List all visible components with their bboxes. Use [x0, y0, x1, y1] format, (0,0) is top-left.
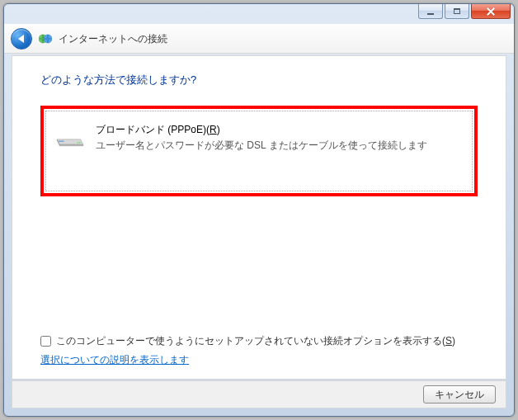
close-button[interactable]: [471, 4, 511, 19]
svg-point-6: [78, 142, 79, 144]
show-unconfigured-suffix: ): [452, 335, 455, 347]
svg-marker-5: [59, 140, 64, 142]
bottom-controls: このコンピューターで使うようにセットアップされていない接続オプションを表示する(…: [40, 334, 478, 367]
network-globe-icon: [39, 32, 52, 45]
option-title: ブロードバンド (PPPoE)(R): [96, 123, 427, 137]
option-title-prefix: ブロードバンド (PPPoE)(: [96, 124, 210, 135]
wizard-window: インターネットへの接続 どのような方法で接続しますか?: [3, 3, 515, 417]
minimize-icon: [427, 13, 434, 15]
cancel-button[interactable]: キャンセル: [423, 385, 496, 403]
question-text: どのような方法で接続しますか?: [40, 73, 478, 87]
option-description: ユーザー名とパスワードが必要な DSL またはケーブルを使って接続します: [96, 139, 427, 153]
option-title-accelerator: R: [210, 124, 217, 135]
modem-icon: [54, 126, 86, 147]
content-area: どのような方法で接続しますか? ブロードバンド (PPPoE)(R): [12, 55, 506, 380]
header-bar: インターネットへの接続: [4, 24, 514, 54]
svg-marker-4: [59, 144, 82, 146]
option-text: ブロードバンド (PPPoE)(R) ユーザー名とパスワードが必要な DSL ま…: [96, 123, 427, 153]
show-unconfigured-row[interactable]: このコンピューターで使うようにセットアップされていない接続オプションを表示する(…: [40, 334, 478, 348]
option-title-suffix: ): [217, 124, 220, 135]
maximize-icon: [454, 8, 460, 14]
show-unconfigured-checkbox[interactable]: [40, 336, 51, 347]
show-unconfigured-accelerator: S: [445, 335, 452, 347]
back-arrow-icon: [18, 35, 24, 43]
svg-point-7: [79, 142, 81, 144]
svg-point-1: [44, 35, 52, 43]
titlebar: [4, 4, 514, 24]
show-unconfigured-prefix: このコンピューターで使うようにセットアップされていない接続オプションを表示する(: [56, 335, 445, 347]
help-link[interactable]: 選択についての説明を表示します: [40, 353, 189, 367]
window-controls: [418, 4, 511, 19]
back-button[interactable]: [11, 28, 32, 50]
maximize-button[interactable]: [445, 4, 469, 19]
close-icon: [487, 7, 495, 16]
footer-bar: キャンセル: [12, 380, 506, 408]
header-title: インターネットへの接続: [59, 32, 167, 46]
minimize-button[interactable]: [418, 4, 443, 19]
broadband-pppoe-option[interactable]: ブロードバンド (PPPoE)(R) ユーザー名とパスワードが必要な DSL ま…: [45, 111, 473, 191]
show-unconfigured-label: このコンピューターで使うようにセットアップされていない接続オプションを表示する(…: [56, 334, 455, 348]
highlight-box: ブロードバンド (PPPoE)(R) ユーザー名とパスワードが必要な DSL ま…: [40, 106, 478, 196]
